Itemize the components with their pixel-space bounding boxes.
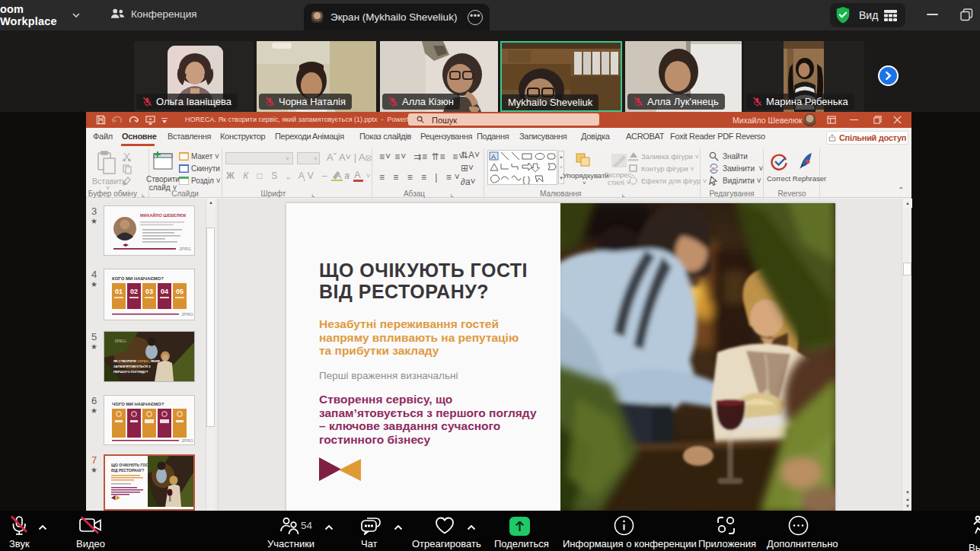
svg-text:02: 02 bbox=[130, 288, 138, 295]
svg-text:ЯК СТВОРИТИ СЕРВІС, ЯКИЙ: ЯК СТВОРИТИ СЕРВІС, ЯКИЙ bbox=[113, 359, 160, 363]
svg-text:JPRG: JPRG bbox=[181, 438, 193, 443]
svg-text:05: 05 bbox=[176, 288, 184, 295]
svg-text:ВІД РЕСТОРАНУ?: ВІД РЕСТОРАНУ? bbox=[111, 468, 144, 473]
svg-text:ЩО ОЧІКУЮТЬ ГОСТІ: ЩО ОЧІКУЮТЬ ГОСТІ bbox=[111, 463, 152, 467]
svg-text:03: 03 bbox=[145, 288, 153, 295]
svg-text:КОГО МИ НАВЧАЄМО?: КОГО МИ НАВЧАЄМО? bbox=[112, 276, 164, 281]
svg-text:04: 04 bbox=[161, 288, 168, 295]
svg-text:01: 01 bbox=[115, 288, 123, 295]
svg-text:JPRG: JPRG bbox=[179, 247, 191, 251]
svg-text:JPRG: JPRG bbox=[181, 312, 193, 317]
svg-text:А: А bbox=[491, 153, 496, 161]
svg-text:ЧОГО МИ НАВЧАЄМО?: ЧОГО МИ НАВЧАЄМО? bbox=[112, 402, 164, 406]
svg-text:JPRG: JPRG bbox=[114, 338, 126, 344]
svg-text:ЗАПАМ’ЯТОВУЄТЬСЯ З: ЗАПАМ’ЯТОВУЄТЬСЯ З bbox=[113, 365, 151, 368]
svg-text:ПЕРШОГО ПОГЛЯДУ?: ПЕРШОГО ПОГЛЯДУ? bbox=[113, 370, 148, 374]
svg-text:ac: ac bbox=[711, 166, 717, 171]
svg-text:{ }: { } bbox=[522, 175, 531, 184]
svg-text:МИХАЙЛО ШЕВЕЛЮК: МИХАЙЛО ШЕВЕЛЮК bbox=[140, 212, 187, 218]
